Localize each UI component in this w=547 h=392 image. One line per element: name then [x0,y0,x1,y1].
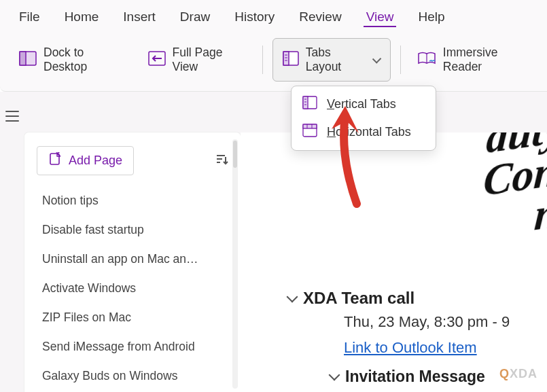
svg-rect-14 [303,124,317,128]
menu-review[interactable]: Review [296,7,344,27]
scrollbar-thumb[interactable] [233,141,237,168]
list-item[interactable]: Disable fast startup [37,217,232,243]
collapse-icon[interactable] [287,291,298,303]
menu-history[interactable]: History [232,7,277,27]
list-item[interactable]: Notion tips [37,188,232,214]
page-list: Notion tips Disable fast startup Uninsta… [37,188,232,392]
menu-help[interactable]: Help [415,7,447,27]
menu-bar: File Home Insert Draw History Review Vie… [0,0,547,33]
list-item[interactable]: Uninstall an app on Mac an… [37,246,232,272]
tabs-layout-dropdown: Vertical Tabs Horizontal Tabs [291,86,436,151]
scrollbar[interactable] [232,139,238,389]
full-page-label: Full Page View [173,46,246,74]
background-image-text: duty Conf nc [479,132,547,244]
menu-file[interactable]: File [16,7,43,27]
note-canvas[interactable]: duty Conf nc XDA Team call Thu, 23 May, … [241,132,547,392]
watermark: QXDA [499,367,537,381]
immersive-reader-icon [417,51,436,69]
toolbar-divider [262,46,263,74]
add-page-button[interactable]: Add Page [37,146,134,175]
list-item[interactable]: Galaxy Buds on Windows [37,363,232,389]
svg-rect-1 [20,52,26,65]
menu-view[interactable]: View [364,7,397,27]
svg-rect-9 [303,96,308,109]
vertical-tabs-option[interactable]: Vertical Tabs [292,90,436,118]
list-item[interactable]: ZIP Files on Mac [37,304,232,331]
tabs-layout-label: Tabs Layout [306,46,365,74]
meeting-title: XDA Team call [288,289,547,308]
dock-label: Dock to Desktop [43,46,125,74]
horizontal-tabs-option[interactable]: Horizontal Tabs [292,118,436,146]
add-page-label: Add Page [69,154,122,168]
collapse-icon[interactable] [329,370,340,381]
svg-rect-4 [283,52,289,65]
toolbar-divider-2 [400,46,401,74]
sort-button[interactable] [211,149,232,173]
list-item[interactable]: Activate Windows [37,275,232,302]
horizontal-tabs-label: Horizontal Tabs [327,125,411,139]
tabs-layout-button[interactable]: Tabs Layout [272,38,391,82]
horizontal-tabs-icon [302,124,317,141]
nav-gutter [0,92,24,392]
sort-icon [215,153,228,166]
hamburger-icon[interactable] [5,111,19,122]
full-page-view-button[interactable]: Full Page View [141,40,253,79]
immersive-reader-button[interactable]: Immersive Reader [410,40,540,79]
menu-insert[interactable]: Insert [120,7,158,27]
ribbon-toolbar: Dock to Desktop Full Page View Tabs Layo… [0,33,547,92]
dock-icon [19,51,37,69]
outlook-link[interactable]: Link to Outlook Item [344,339,477,357]
vertical-tabs-label: Vertical Tabs [327,97,396,111]
full-page-icon [148,51,166,69]
menu-home[interactable]: Home [62,7,102,27]
meeting-datetime: Thu, 23 May, 8:30 pm - 9 [344,313,547,331]
tabs-layout-icon [283,51,299,69]
menu-draw[interactable]: Draw [177,7,213,27]
immersive-label: Immersive Reader [443,46,533,74]
dock-to-desktop-button[interactable]: Dock to Desktop [12,40,132,79]
add-page-icon [48,152,62,169]
page-list-panel: Add Page Notion tips Disable fast startu… [24,132,241,392]
chevron-down-icon [372,54,382,64]
svg-rect-17 [50,154,59,164]
list-item[interactable]: Send iMessage from Android [37,334,232,360]
vertical-tabs-icon [302,96,317,113]
